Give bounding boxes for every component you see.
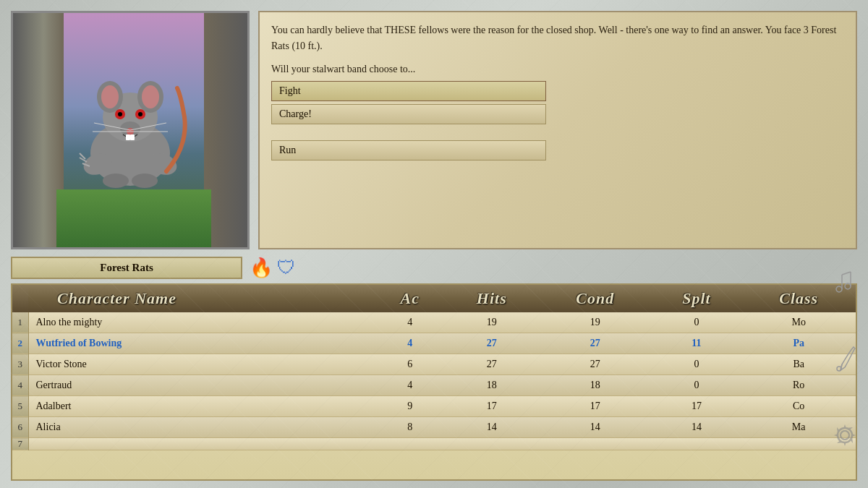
cell-ac: 6: [375, 354, 445, 375]
col-ac: Ac: [375, 285, 445, 312]
cell-cond: 18: [539, 375, 651, 396]
cell-hits: 14: [445, 417, 539, 438]
cell-cond: 14: [539, 417, 651, 438]
enemy-header: Forest Rats 🔥 🛡: [11, 257, 857, 279]
cell-cond: 19: [539, 312, 651, 333]
cell-hits: [445, 438, 539, 450]
narrative-text: You can hardly believe that THESE fellow…: [271, 22, 844, 55]
col-hits: Hits: [445, 285, 539, 312]
svg-point-28: [138, 112, 142, 116]
text-panel: You can hardly believe that THESE fellow…: [258, 11, 857, 249]
cell-name: Alno the mighty: [28, 312, 375, 333]
svg-rect-32: [130, 134, 135, 140]
character-table-wrapper: Character Name Ac Hits Cond Splt Class 1…: [11, 283, 857, 481]
col-cond: Cond: [539, 285, 651, 312]
rat-figure: [72, 59, 188, 204]
col-splt: Splt: [651, 285, 741, 312]
choice-run[interactable]: Run: [271, 140, 546, 160]
top-section: You can hardly believe that THESE fellow…: [0, 0, 868, 253]
cell-name: Wutfried of Bowing: [28, 333, 375, 354]
cell-ac: [375, 438, 445, 450]
cell-splt: 0: [651, 375, 741, 396]
monster-panel: [11, 11, 250, 249]
bottom-section: Forest Rats 🔥 🛡 Character Name Ac Hits C…: [0, 253, 868, 488]
choice-charge[interactable]: Charge!: [271, 104, 546, 124]
choice-fight[interactable]: Fight: [271, 81, 546, 101]
cell-cond: [539, 438, 651, 450]
svg-point-40: [132, 174, 158, 188]
cell-cond: 17: [539, 396, 651, 417]
cell-hits: 27: [445, 333, 539, 354]
cell-splt: [651, 438, 741, 450]
cell-hits: 27: [445, 354, 539, 375]
svg-point-24: [142, 85, 159, 108]
table-row: 7: [12, 438, 856, 450]
svg-point-27: [118, 112, 122, 116]
gear-icon[interactable]: [827, 418, 862, 453]
music-icon[interactable]: [827, 265, 862, 299]
row-number: 5: [12, 396, 28, 417]
cell-hits: 18: [445, 375, 539, 396]
row-number: 1: [12, 312, 28, 333]
cell-name: Adalbert: [28, 396, 375, 417]
cell-name: Alicia: [28, 417, 375, 438]
table-header-row: Character Name Ac Hits Cond Splt Class: [12, 285, 856, 312]
fire-status-icon: 🔥: [250, 257, 273, 279]
svg-line-14: [842, 272, 851, 275]
cell-ac: 9: [375, 396, 445, 417]
cell-hits: 19: [445, 312, 539, 333]
table-row: 4 Gertraud 4 18 18 0 Ro: [12, 375, 856, 396]
cell-splt: 0: [651, 312, 741, 333]
cell-ac: 4: [375, 375, 445, 396]
enemy-label: Forest Rats: [11, 257, 242, 279]
row-number: 2: [12, 333, 28, 354]
svg-point-23: [101, 85, 119, 108]
row-number: 7: [12, 438, 28, 450]
row-number: 6: [12, 417, 28, 438]
cell-hits: 17: [445, 396, 539, 417]
table-row: 2 Wutfried of Bowing 4 27 27 11 Pa: [12, 333, 856, 354]
cell-name: [28, 438, 375, 450]
cell-name: Gertraud: [28, 375, 375, 396]
cell-splt: 11: [651, 333, 741, 354]
main-window: 🔥: [0, 0, 868, 488]
cell-ac: 4: [375, 312, 445, 333]
table-row: 1 Alno the mighty 4 19 19 0 Mo: [12, 312, 856, 333]
cell-splt: 0: [651, 354, 741, 375]
table-row: 5 Adalbert 9 17 17 17 Co: [12, 396, 856, 417]
cell-ac: 4: [375, 333, 445, 354]
row-number: 3: [12, 354, 28, 375]
svg-rect-31: [126, 134, 130, 140]
shield-status-icon: 🛡: [277, 257, 296, 279]
choice-label: Will your stalwart band choose to...: [271, 64, 844, 75]
cell-name: Victor Stone: [28, 354, 375, 375]
table-row: 3 Victor Stone 6 27 27 0 Ba: [12, 354, 856, 375]
cell-ac: 8: [375, 417, 445, 438]
quill-icon[interactable]: [827, 341, 862, 376]
character-table: Character Name Ac Hits Cond Splt Class 1…: [12, 285, 856, 450]
status-icons: 🔥 🛡: [250, 257, 296, 279]
cell-splt: 17: [651, 396, 741, 417]
col-character-name: Character Name: [28, 285, 375, 312]
table-row: 6 Alicia 8 14 14 14 Ma: [12, 417, 856, 438]
cell-splt: 14: [651, 417, 741, 438]
cell-cond: 27: [539, 333, 651, 354]
svg-point-18: [841, 431, 849, 440]
svg-point-39: [103, 174, 129, 188]
row-number: 4: [12, 375, 28, 396]
cell-cond: 27: [539, 354, 651, 375]
